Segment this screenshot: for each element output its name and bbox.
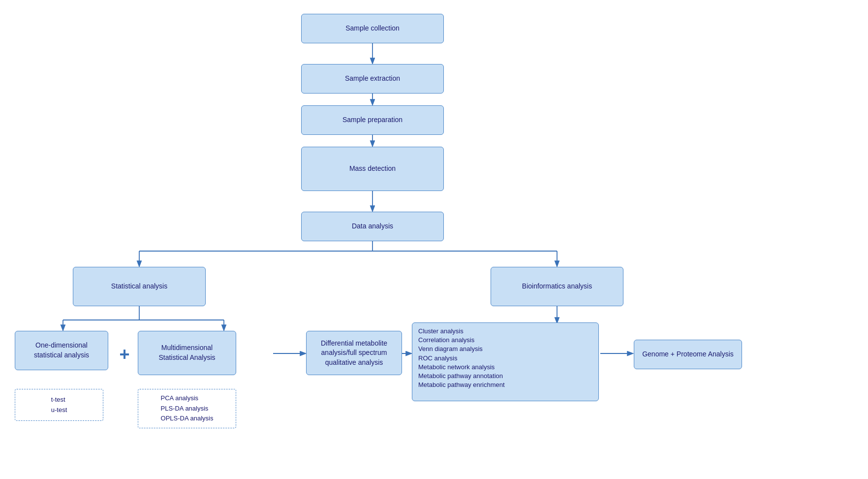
cluster-analysis-box: Cluster analysis Correlation analysis Ve… <box>412 322 599 401</box>
mass-detection-box: Mass detection <box>301 147 444 191</box>
bioinformatics-analysis-box: Bioinformatics analysis <box>491 267 623 306</box>
sample-extraction-box: Sample extraction <box>301 64 444 94</box>
differential-metabolite-box: Differential metabolite analysis/full sp… <box>306 331 402 375</box>
pca-analysis-box: PCA analysis PLS-DA analysis OPLS-DA ana… <box>138 389 236 428</box>
flowchart: Sample collection Sample extraction Samp… <box>0 0 868 479</box>
data-analysis-box: Data analysis <box>301 212 444 241</box>
multidimensional-box: Multidimensional Statistical Analysis <box>138 331 236 375</box>
statistical-analysis-box: Statistical analysis <box>73 267 206 306</box>
plus-sign: + <box>112 342 137 367</box>
sample-collection-box: Sample collection <box>301 14 444 43</box>
one-dimensional-box: One-dimensional statistical analysis <box>15 331 108 370</box>
t-test-box: t-test u-test <box>15 389 103 421</box>
genome-proteome-box: Genome + Proteome Analysis <box>634 340 742 369</box>
sample-preparation-box: Sample preparation <box>301 105 444 135</box>
